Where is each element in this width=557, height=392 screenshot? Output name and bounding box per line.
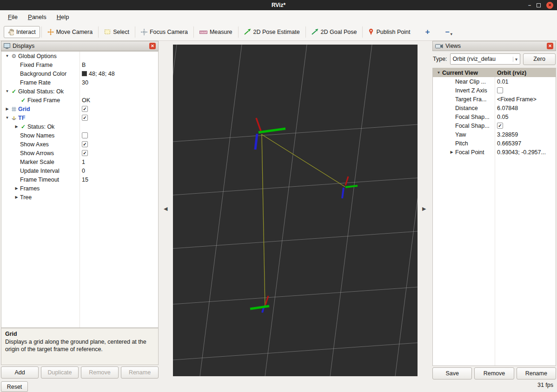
displays-close-icon[interactable]: ✕ [149, 43, 156, 49]
displays-row-frames[interactable]: ▶Frames [1, 184, 158, 193]
row-label: Background Color [20, 71, 66, 77]
tool-measure-button[interactable]: Measure [195, 26, 237, 38]
displays-row-frame-rate[interactable]: Frame Rate30 [1, 78, 158, 87]
tool-2d-pose-estimate-button[interactable]: 2D Pose Estimate [240, 26, 304, 38]
displays-panel-header[interactable]: Displays ✕ [1, 41, 159, 51]
reset-button[interactable]: Reset [1, 381, 28, 392]
row-value: 0 [82, 168, 85, 174]
views-close-icon[interactable]: ✕ [547, 43, 553, 49]
views-row-focal-shap[interactable]: Focal Shap...0.05 [433, 112, 556, 121]
view-type-dropdown[interactable]: Orbit (rviz_defau ▾ [450, 53, 520, 65]
toolbar-separator [41, 26, 42, 38]
displays-row-grid[interactable]: ▶Grid✓ [1, 105, 158, 113]
description-body: Displays a grid along the ground plane, … [5, 338, 154, 353]
tool-select-button[interactable]: Select [100, 26, 133, 38]
collapse-arrow-icon[interactable]: ▼ [4, 116, 10, 120]
views-row-focal-point[interactable]: ▶Focal Point0.93043; -0.2957... [433, 148, 556, 157]
displays-row-show-arrows[interactable]: Show Arrows✓ [1, 149, 158, 157]
expand-arrow-icon[interactable]: ▶ [4, 107, 10, 111]
close-icon[interactable]: ✕ [546, 2, 553, 9]
displays-row-frame-timeout[interactable]: Frame Timeout15 [1, 175, 158, 184]
displays-add-button[interactable]: Add [1, 366, 39, 379]
expand-arrow-icon[interactable]: ▶ [449, 150, 455, 154]
displays-row-tf[interactable]: ▼TF✓ [1, 113, 158, 122]
views-remove-button[interactable]: Remove [474, 367, 514, 379]
minimize-icon[interactable]: – [528, 3, 531, 8]
views-row-pitch[interactable]: Pitch0.665397 [433, 139, 556, 148]
tool-focus-camera-button[interactable]: Focus Camera [137, 26, 192, 38]
tool-label: Interact [16, 29, 36, 35]
row-value: 3.28859 [497, 131, 518, 138]
views-row-current-view[interactable]: ▼Current ViewOrbit (rviz) [433, 68, 556, 77]
tool-move-camera-button[interactable]: Move Camera [43, 26, 97, 38]
displays-tree: ▼⚙Global OptionsFixed FrameBBackground C… [1, 51, 159, 328]
row-value: 48; 48; 48 [89, 71, 115, 77]
collapse-arrow-icon[interactable]: ▼ [436, 71, 442, 75]
views-panel-header[interactable]: Views ✕ [432, 41, 556, 51]
tool-label: Measure [210, 29, 232, 35]
views-row-invert-z-axis[interactable]: Invert Z Axis [433, 86, 556, 95]
add-tool-button[interactable]: + [421, 27, 434, 37]
checkbox-unchecked[interactable] [82, 132, 88, 138]
row-value: 0.665397 [497, 140, 521, 147]
checkbox-checked[interactable]: ✓ [82, 150, 88, 156]
row-label: Update Interval [20, 168, 60, 174]
views-panel-title: Views [445, 43, 461, 49]
tool-publish-point-button[interactable]: Publish Point [364, 26, 414, 38]
collapse-arrow-icon[interactable]: ▼ [4, 54, 10, 58]
displays-row-show-axes[interactable]: Show Axes✓ [1, 140, 158, 149]
focus-camera-icon [141, 29, 147, 35]
dropdown-caret-icon: ▾ [513, 57, 517, 62]
3d-viewport[interactable] [173, 45, 418, 376]
tool-interact-button[interactable]: Interact [4, 26, 40, 38]
row-label: Show Names [20, 132, 54, 139]
zero-button[interactable]: Zero [523, 53, 556, 65]
checkbox-checked[interactable]: ✓ [82, 141, 88, 147]
titlebar[interactable]: RViz* – ✕ [0, 0, 557, 10]
menu-help[interactable]: Help [52, 12, 74, 22]
row-label: Global Options [18, 53, 57, 59]
collapse-right-icon[interactable]: ▶ [422, 206, 426, 212]
displays-row-update-interval[interactable]: Update Interval0 [1, 166, 158, 175]
displays-row-global-status-ok[interactable]: ▼✓Global Status: Ok [1, 87, 158, 96]
expand-arrow-icon[interactable]: ▶ [13, 124, 20, 129]
row-label: Yaw [455, 131, 466, 138]
row-label: Distance [455, 105, 478, 111]
checkbox-checked[interactable]: ✓ [82, 106, 88, 112]
row-value: 0.05 [497, 114, 508, 120]
displays-row-fixed-frame[interactable]: ✓Fixed FrameOK [1, 96, 158, 105]
views-row-distance[interactable]: Distance6.07848 [433, 104, 556, 112]
displays-row-status-ok[interactable]: ▶✓Status: Ok [1, 122, 158, 131]
views-button-row: SaveRemoveRename [432, 367, 556, 379]
menu-file[interactable]: File [3, 12, 23, 22]
displays-row-fixed-frame[interactable]: Fixed FrameB [1, 60, 158, 69]
collapse-arrow-icon[interactable]: ▼ [4, 89, 10, 93]
displays-button-row: AddDuplicateRemoveRename [1, 366, 159, 379]
checkbox-checked[interactable]: ✓ [82, 115, 88, 121]
views-rename-button[interactable]: Rename [517, 367, 556, 379]
tool-label: Focus Camera [150, 29, 188, 35]
displays-row-marker-scale[interactable]: Marker Scale1 [1, 157, 158, 166]
displays-row-background-color[interactable]: Background Color48; 48; 48 [1, 69, 158, 78]
remove-tool-button[interactable]: −▾ [441, 28, 456, 36]
views-row-near-clip[interactable]: Near Clip ...0.01 [433, 77, 556, 86]
views-row-yaw[interactable]: Yaw3.28859 [433, 130, 556, 139]
expand-arrow-icon[interactable]: ▶ [13, 186, 20, 190]
row-value: 15 [82, 176, 88, 183]
menu-panels[interactable]: Panels [23, 12, 52, 22]
maximize-icon[interactable] [537, 3, 541, 7]
displays-row-show-names[interactable]: Show Names [1, 131, 158, 140]
checkbox-checked[interactable]: ✓ [497, 123, 503, 129]
views-row-focal-shap[interactable]: Focal Shap...✓ [433, 121, 556, 130]
views-save-button[interactable]: Save [432, 367, 472, 379]
expand-arrow-icon[interactable]: ▶ [13, 195, 20, 199]
view-type-row: Type: Orbit (rviz_defau ▾ Zero [432, 52, 556, 66]
displays-row-tree[interactable]: ▶Tree [1, 193, 158, 202]
views-row-target-fra[interactable]: Target Fra...<Fixed Frame> [433, 95, 556, 104]
checkbox-unchecked[interactable] [497, 87, 503, 93]
row-label: Marker Scale [20, 159, 54, 165]
pose-estimate-icon [244, 29, 251, 35]
displays-row-global-options[interactable]: ▼⚙Global Options [1, 52, 158, 60]
collapse-left-icon[interactable]: ◀ [164, 206, 167, 212]
tool-2d-goal-pose-button[interactable]: 2D Goal Pose [307, 26, 361, 38]
